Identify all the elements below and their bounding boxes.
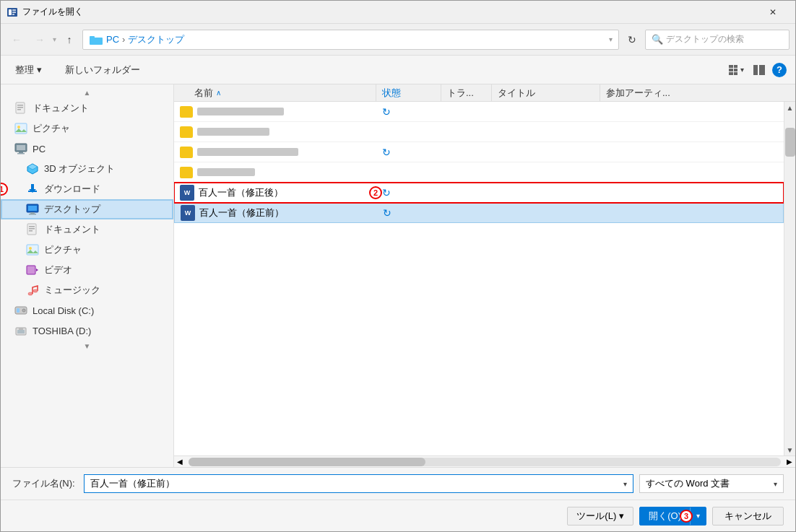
forward-dropdown[interactable]: ▾ bbox=[53, 35, 56, 43]
table-row[interactable]: ↻ bbox=[174, 102, 784, 122]
sidebar-item-music[interactable]: ミュージック bbox=[1, 280, 173, 300]
svg-rect-18 bbox=[17, 109, 21, 110]
vertical-scrollbar[interactable]: ▲ ▼ bbox=[784, 102, 795, 455]
bottom-filename-row: ファイル名(N): 百人一首（修正前） ▾ すべての Word 文書 ▾ bbox=[1, 468, 795, 500]
folder-icon bbox=[180, 167, 193, 178]
forward-button[interactable]: → bbox=[30, 30, 50, 50]
hscroll-right-button[interactable]: ▶ bbox=[784, 456, 795, 468]
music-icon bbox=[25, 284, 40, 297]
sidebar-item-label-3dobjects: 3D オブジェクト bbox=[44, 162, 115, 175]
svg-rect-4 bbox=[12, 14, 14, 15]
scroll-down-button[interactable]: ▼ bbox=[784, 444, 795, 455]
scroll-track[interactable] bbox=[784, 113, 795, 444]
help-button[interactable]: ? bbox=[772, 63, 787, 77]
filetype-dropdown-arrow[interactable]: ▾ bbox=[774, 480, 777, 488]
sidebar-item-videos[interactable]: ビデオ bbox=[1, 260, 173, 280]
hscroll-track[interactable] bbox=[189, 458, 781, 466]
scroll-up-button[interactable]: ▲ bbox=[784, 102, 795, 113]
pane-view-button[interactable] bbox=[749, 60, 769, 80]
tools-button[interactable]: ツール(L) ▾ bbox=[567, 507, 633, 526]
hscroll-thumb[interactable] bbox=[189, 458, 425, 466]
svg-rect-13 bbox=[753, 65, 758, 75]
command-bar: 整理 ▾ 新しいフォルダー ▾ ? bbox=[1, 56, 795, 84]
grid-view-button[interactable]: ▾ bbox=[726, 60, 746, 80]
sidebar-item-pictures[interactable]: ピクチャ bbox=[1, 240, 173, 260]
pictures-top-icon bbox=[14, 122, 28, 135]
table-row[interactable]: W 百人一首（修正前） ↻ bbox=[174, 203, 784, 223]
filename-label: ファイル名(N): bbox=[12, 477, 75, 490]
documents-top-icon bbox=[14, 102, 28, 115]
sidebar-item-toshiba[interactable]: TOSHIBA (D:) bbox=[1, 320, 173, 341]
sidebar-item-label-pictures-top: ピクチャ bbox=[33, 122, 70, 135]
toshiba-icon bbox=[14, 324, 28, 337]
svg-rect-49 bbox=[19, 328, 23, 330]
tools-label: ツール(L) bbox=[576, 510, 616, 523]
sidebar-item-3dobjects[interactable]: 3D オブジェクト bbox=[1, 159, 173, 179]
app-icon bbox=[7, 6, 18, 18]
sidebar-item-documents[interactable]: ドキュメント bbox=[1, 219, 173, 240]
file-column-header: 名前 ∧ 状態 トラ... タイトル 参加アーティ... bbox=[174, 84, 795, 102]
svg-rect-6 bbox=[90, 36, 95, 38]
open-button[interactable]: 開く(O) ▾ bbox=[639, 507, 706, 526]
sidebar-item-desktop[interactable]: デスクトップ bbox=[1, 199, 173, 219]
path-desktop[interactable]: デスクトップ bbox=[128, 33, 184, 46]
filename-value: 百人一首（修正前） bbox=[90, 477, 623, 490]
sidebar-item-localdisk[interactable]: Local Disk (C:) bbox=[1, 300, 173, 320]
svg-rect-24 bbox=[17, 153, 25, 154]
svg-point-42 bbox=[28, 292, 33, 295]
svg-rect-40 bbox=[27, 266, 35, 274]
table-row[interactable] bbox=[174, 122, 784, 142]
sidebar-scroll-down[interactable]: ▼ bbox=[1, 341, 173, 352]
open-file-dialog: ファイルを開く ✕ ← → ▾ ↑ PC › デスクトップ ▾ ↻ 🔍 デスクト… bbox=[0, 0, 796, 532]
cancel-button[interactable]: キャンセル bbox=[712, 507, 784, 526]
new-folder-button[interactable]: 新しいフォルダー bbox=[59, 60, 146, 80]
svg-rect-37 bbox=[29, 230, 33, 232]
view-dropdown-arrow[interactable]: ▾ bbox=[740, 66, 744, 74]
organize-button[interactable]: 整理 ▾ bbox=[9, 60, 48, 80]
sidebar: ▲ ドキュメント ピクチャ PC bbox=[1, 84, 174, 467]
col-header-name[interactable]: 名前 ∧ bbox=[174, 84, 376, 101]
up-button[interactable]: ↑ bbox=[59, 30, 79, 50]
address-dropdown-arrow[interactable]: ▾ bbox=[609, 35, 613, 43]
col-header-title[interactable]: タイトル bbox=[492, 84, 600, 101]
folder-icon bbox=[180, 126, 193, 138]
back-button[interactable]: ← bbox=[7, 30, 27, 50]
horizontal-scrollbar[interactable]: ◀ ▶ bbox=[174, 455, 795, 467]
path-pc[interactable]: PC bbox=[106, 34, 119, 45]
sidebar-item-pc[interactable]: PC bbox=[1, 139, 173, 159]
sidebar-item-label-documents: ドキュメント bbox=[44, 223, 100, 236]
svg-rect-5 bbox=[90, 38, 103, 45]
table-row[interactable] bbox=[174, 162, 784, 183]
svg-rect-45 bbox=[17, 308, 20, 313]
file-area-container: 名前 ∧ 状態 トラ... タイトル 参加アーティ... bbox=[174, 84, 795, 467]
sidebar-item-pictures-top[interactable]: ピクチャ bbox=[1, 118, 173, 139]
filetype-select[interactable]: すべての Word 文書 ▾ bbox=[639, 474, 784, 493]
hscroll-left-button[interactable]: ◀ bbox=[174, 456, 186, 468]
filename-dropdown-arrow[interactable]: ▾ bbox=[623, 480, 627, 488]
close-button[interactable]: ✕ bbox=[756, 1, 789, 24]
table-row[interactable]: 2 W 百人一首（修正後） ↻ bbox=[174, 183, 784, 203]
col-header-contrib[interactable]: 参加アーティ... bbox=[600, 84, 795, 101]
sync-icon: ↻ bbox=[382, 187, 391, 199]
sidebar-scroll-up[interactable]: ▲ bbox=[1, 87, 173, 98]
search-bar[interactable]: 🔍 デスクトップの検索 bbox=[645, 30, 789, 50]
col-header-status[interactable]: 状態 bbox=[376, 84, 441, 101]
help-icon: ? bbox=[776, 64, 782, 75]
pc-icon bbox=[14, 142, 28, 155]
svg-marker-41 bbox=[36, 269, 38, 271]
sidebar-item-documents-top[interactable]: ドキュメント bbox=[1, 98, 173, 118]
pane-view-icon bbox=[753, 65, 765, 75]
table-row[interactable]: ↻ bbox=[174, 142, 784, 162]
refresh-button[interactable]: ↻ bbox=[622, 30, 642, 50]
scroll-thumb[interactable] bbox=[785, 128, 795, 157]
address-bar: PC › デスクトップ ▾ bbox=[82, 30, 619, 50]
path-sep1: › bbox=[122, 34, 125, 45]
col-header-track[interactable]: トラ... bbox=[441, 84, 492, 101]
sidebar-item-downloads[interactable]: 1 ダウンロード bbox=[1, 179, 173, 199]
filename-input[interactable]: 百人一首（修正前） ▾ bbox=[84, 474, 633, 493]
svg-rect-12 bbox=[734, 72, 737, 75]
documents-icon bbox=[25, 223, 40, 236]
svg-point-47 bbox=[23, 310, 24, 310]
blurred-filename bbox=[197, 128, 269, 136]
localdisk-icon bbox=[14, 304, 28, 317]
